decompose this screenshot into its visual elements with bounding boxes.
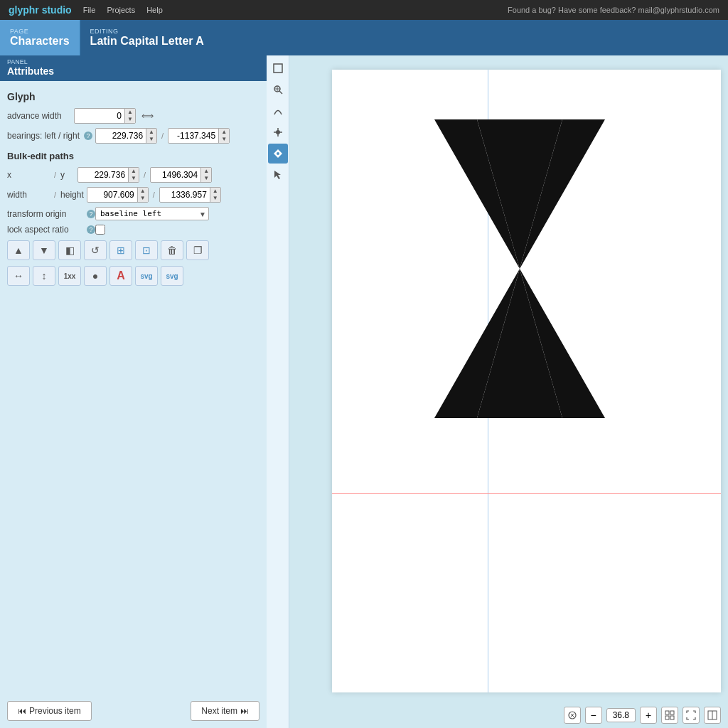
xy-divider2: / [144,171,146,179]
nav-page[interactable]: PAGE Characters [0,20,80,55]
transform-origin-row: transform origin ? baseline left baselin… [7,207,259,220]
bearings-help-icon[interactable]: ? [84,132,92,140]
width-spinners: ▲ ▼ [137,188,148,202]
undo-btn[interactable]: ↺ [84,240,107,260]
action-toolbar-row2: ↔ ↕ 1xx ● A svg svg [7,266,259,286]
height-up[interactable]: ▲ [210,188,220,195]
advance-width-input[interactable] [75,109,124,122]
menu-projects[interactable]: Projects [107,6,135,14]
font-a-btn[interactable]: A [109,266,132,286]
curve-tool-btn[interactable] [268,101,288,121]
menu-help[interactable]: Help [146,6,163,14]
select-tool-btn[interactable] [268,165,288,185]
fit-page-btn[interactable] [564,707,581,724]
width-input[interactable] [87,188,137,201]
fullscreen-btn[interactable] [682,707,700,724]
bearings-left-down[interactable]: ▼ [146,136,156,143]
left-panel: PANEL Attributes Glyph advance width ▲ ▼… [0,55,267,728]
view-toggle-btn[interactable] [704,707,721,724]
bearings-right-up[interactable]: ▲ [219,129,229,136]
zoom-in-btn[interactable]: + [640,707,657,724]
x-down[interactable]: ▼ [129,175,139,182]
move-down-btn[interactable]: ▼ [33,240,55,260]
x-input-group: ▲ ▼ [77,167,139,183]
flip-v-btn[interactable]: ↕ [33,266,55,286]
width-up[interactable]: ▲ [138,188,148,195]
zoom-out-btn[interactable]: − [585,707,602,724]
advance-width-label: advance width [7,111,71,121]
transform-origin-select[interactable]: baseline left baseline right baseline ce… [95,207,209,220]
next-item-btn[interactable]: Next item ⏭ [191,701,259,721]
page-value: Characters [10,35,70,48]
lock-help-icon[interactable]: ? [87,225,95,234]
svg-line-2 [279,91,282,94]
pen-tool-btn[interactable] [268,144,288,164]
shadow-btn[interactable]: ● [84,266,107,286]
y-up[interactable]: ▲ [201,168,211,175]
x-input[interactable] [78,168,128,181]
delete-btn[interactable]: 🗑 [161,240,183,260]
view-options-btn[interactable] [661,707,678,724]
xy-divider: / [54,171,56,179]
lock-aspect-checkbox[interactable] [95,225,105,235]
svg-export-btn[interactable]: svg [135,266,158,286]
transform-origin-wrapper: baseline left baseline right baseline ce… [95,207,209,220]
copy-btn[interactable]: ❐ [186,240,209,260]
bearings-left-group: ▲ ▼ [95,128,157,144]
svg-rect-14 [665,711,669,714]
height-down[interactable]: ▼ [210,195,220,202]
x-label: x [7,170,50,180]
bottom-status-bar: − 36.8 + [289,702,728,728]
width-down[interactable]: ▼ [138,195,148,202]
prev-icon: ⏮ [18,706,26,716]
zoom-value: 36.8 [606,708,636,722]
menu-file[interactable]: File [83,6,96,14]
flip-h-btn[interactable]: ↔ [7,266,30,286]
svg-import-btn[interactable]: svg [161,266,183,286]
bearings-right-spinners: ▲ ▼ [218,129,229,143]
panel-header: PANEL Attributes [0,55,267,81]
next-label: Next item [201,706,237,716]
add-path-btn[interactable]: ⊞ [109,240,132,260]
height-spinners: ▲ ▼ [210,188,220,202]
topbar-left: glyphr studio File Projects Help [9,4,163,16]
bearings-right-down[interactable]: ▼ [219,136,229,143]
canvas-paper [332,70,721,692]
advance-width-input-group: ▲ ▼ [74,108,136,124]
advance-width-spinners: ▲ ▼ [124,109,135,123]
y-input[interactable] [151,168,200,181]
nav-area: PAGE Characters EDITING Latin Capital Le… [0,20,728,55]
layer-btn[interactable]: ◧ [58,240,81,260]
advance-width-up[interactable]: ▲ [125,109,135,116]
lock-aspect-label: lock aspect ratio [7,225,85,235]
text-size-btn[interactable]: 1xx [58,266,81,286]
transform-help-icon[interactable]: ? [87,210,95,218]
move-up-btn[interactable]: ▲ [7,240,30,260]
wh-divider: / [54,191,56,199]
x-up[interactable]: ▲ [129,168,139,175]
zoom-tool-btn[interactable] [268,80,288,100]
height-input[interactable] [160,188,210,201]
bearings-right-input[interactable] [168,129,218,142]
prev-item-btn[interactable]: ⏮ Previous item [7,701,92,721]
bearings-left-input[interactable] [96,129,146,142]
bearings-divider: / [161,132,164,140]
canvas-area[interactable]: − 36.8 + [289,55,728,728]
xy-row: x / y ▲ ▼ / ▲ ▼ [7,167,259,183]
glyph-display [420,105,633,496]
panel-title: Attributes [7,65,259,77]
bearings-left-spinners: ▲ ▼ [146,129,156,143]
add-component-btn[interactable]: ⊡ [135,240,158,260]
y-down[interactable]: ▼ [201,175,211,182]
svg-rect-17 [670,716,674,719]
y-label: y [60,170,75,180]
bottom-nav: ⏮ Previous item Next item ⏭ [0,694,267,728]
advance-width-down[interactable]: ▼ [125,116,135,123]
y-spinners: ▲ ▼ [200,168,211,182]
glyph-final-svg [420,105,619,432]
resize-tool-btn[interactable] [268,58,288,78]
feedback-text: Found a bug? Have some feedback? mail@gl… [508,6,719,14]
add-point-tool-btn[interactable] [268,122,288,142]
glyph-section-title: Glyph [7,91,259,102]
bearings-left-up[interactable]: ▲ [146,129,156,136]
